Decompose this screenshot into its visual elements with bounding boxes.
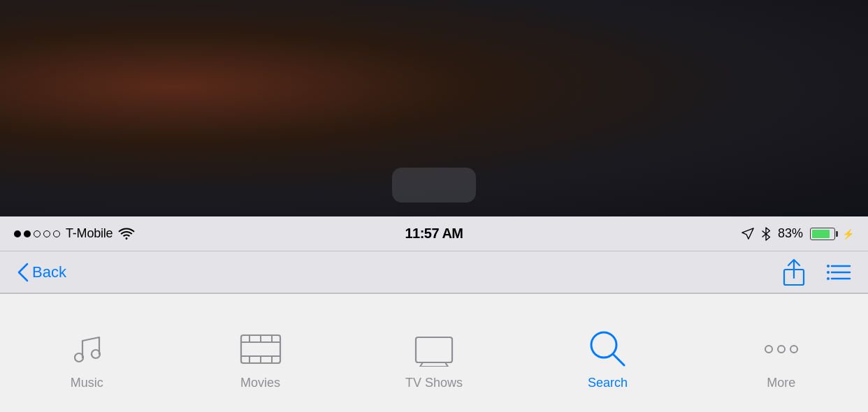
search-icon <box>586 328 628 370</box>
nav-bar: Back <box>0 251 868 293</box>
list-icon[interactable] <box>826 262 851 283</box>
svg-line-26 <box>613 354 624 365</box>
tvshows-icon <box>413 328 455 370</box>
back-button[interactable]: Back <box>17 262 66 283</box>
charging-icon: ⚡ <box>842 228 854 240</box>
nav-right-icons <box>781 258 851 286</box>
carrier-name: T-Mobile <box>66 226 113 241</box>
tab-label-tvshows: TV Shows <box>405 376 463 390</box>
wifi-icon <box>118 228 135 240</box>
background-area <box>0 0 868 216</box>
tab-item-more[interactable]: More <box>695 323 868 390</box>
tab-item-movies[interactable]: Movies <box>173 323 347 390</box>
music-icon <box>66 328 108 370</box>
movies-icon <box>240 328 282 370</box>
back-label: Back <box>32 263 66 281</box>
chevron-left-icon <box>17 262 29 283</box>
tab-label-search: Search <box>588 376 628 390</box>
tab-item-music[interactable]: Music <box>0 323 173 390</box>
signal-dot-4 <box>43 230 50 237</box>
rounded-rect-shape <box>392 168 476 203</box>
status-time: 11:57 AM <box>210 226 658 242</box>
tab-item-search[interactable]: Search <box>521 323 694 390</box>
bluetooth-icon <box>761 227 771 241</box>
battery-percent: 83% <box>778 226 803 241</box>
svg-point-8 <box>827 271 830 274</box>
status-right: 83% ⚡ <box>658 226 854 241</box>
tab-label-music: Music <box>71 376 103 390</box>
signal-dot-1 <box>14 230 21 237</box>
tab-bar: Music Movies <box>0 293 868 412</box>
svg-point-29 <box>790 346 797 353</box>
more-icon <box>760 328 802 370</box>
tab-item-tvshows[interactable]: TV Shows <box>347 323 521 390</box>
status-bar: T-Mobile 11:57 AM 83% ⚡ <box>0 216 868 251</box>
svg-line-0 <box>762 230 766 234</box>
signal-dot-2 <box>24 230 31 237</box>
share-icon[interactable] <box>781 258 806 286</box>
signal-dot-5 <box>53 230 60 237</box>
signal-dots <box>14 230 60 237</box>
location-icon <box>742 228 754 240</box>
svg-point-9 <box>827 277 830 280</box>
svg-line-1 <box>762 234 766 237</box>
svg-rect-21 <box>416 337 452 362</box>
tab-label-movies: Movies <box>240 376 280 390</box>
status-left: T-Mobile <box>14 226 210 241</box>
svg-point-28 <box>778 346 785 353</box>
svg-point-27 <box>765 346 772 353</box>
battery-icon <box>810 228 835 240</box>
tab-label-more: More <box>767 376 795 390</box>
signal-dot-3 <box>34 230 41 237</box>
svg-point-7 <box>827 265 830 267</box>
